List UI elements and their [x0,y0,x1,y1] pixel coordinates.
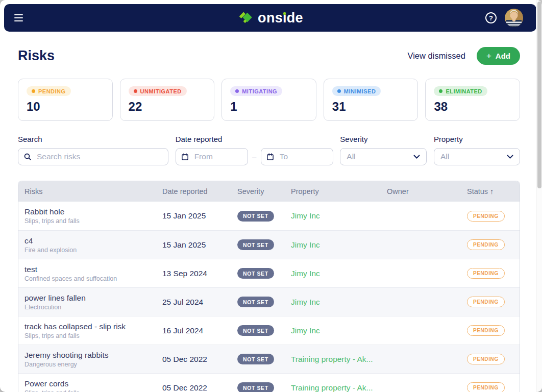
status-dot-icon [235,89,239,93]
table-row[interactable]: Rabbit hole Slips, trips and falls 15 Ja… [18,202,520,230]
brand-text: onsıde [258,11,303,25]
severity-badge: NOT SET [237,211,274,222]
onside-logo-icon [237,10,253,26]
stat-value: 1 [230,100,308,114]
plus-icon: + [486,52,491,60]
property-select-value: All [440,152,449,161]
stat-badge: MINIMISED [332,86,381,96]
status-summary-cards: PENDING 10 UNMITIGATED 22 MITIGATING 1 [18,79,520,121]
risk-name: Rabbit hole [24,207,162,216]
search-input[interactable] [18,148,168,165]
stat-value: 31 [332,100,410,114]
table-row[interactable]: c4 Fire and explosion 15 Jan 2025 NOT SE… [18,230,520,259]
risk-category: Dangerous energy [24,361,162,368]
risk-name: c4 [24,236,162,246]
filter-bar: Search Date reported [18,135,520,165]
stat-card[interactable]: PENDING 10 [18,79,113,121]
risk-date-reported: 05 Dec 2022 [162,355,237,364]
property-link[interactable]: Jimy Inc [291,211,320,220]
chevron-down-icon [507,155,513,159]
severity-badge: NOT SET [237,325,274,336]
stat-label: MITIGATING [242,88,277,94]
stat-label: ELIMINATED [446,88,482,94]
page-title: Risks [18,48,55,64]
table-row[interactable]: power lines fallen Electrocution 25 Jul … [18,287,520,316]
risk-date-reported: 05 Dec 2022 [162,383,237,392]
severity-badge: NOT SET [237,268,274,279]
severity-select[interactable]: All [340,148,427,165]
risk-date-reported: 25 Jul 2024 [162,298,237,307]
column-header-date-reported[interactable]: Date reported [162,187,237,195]
property-link[interactable]: Training property - Ak... [291,383,373,392]
property-link[interactable]: Jimy Inc [291,269,320,278]
calendar-icon [266,153,274,161]
table-body: Rabbit hole Slips, trips and falls 15 Ja… [18,202,520,392]
status-dot-icon [439,89,442,93]
severity-select-value: All [347,152,355,161]
risk-category: Slips, trips and falls [24,389,162,392]
stat-value: 22 [129,100,206,114]
risk-name: Power cords [24,379,162,388]
column-header-risks[interactable]: Risks [24,187,162,195]
sort-ascending-icon: ↑ [490,187,494,195]
property-label: Property [434,135,520,143]
column-header-severity[interactable]: Severity [237,187,291,195]
status-badge: PENDING [467,325,505,336]
stat-value: 38 [434,100,511,114]
avatar[interactable] [505,9,523,27]
risk-category: Confined spaces and suffocation [24,275,162,282]
risk-date-reported: 16 Jul 2024 [162,326,237,335]
status-dot-icon [32,89,35,93]
risk-date-reported: 15 Jan 2025 [162,211,237,220]
date-range-dash: – [248,153,261,161]
property-link[interactable]: Jimy Inc [291,240,320,249]
scrollbar[interactable] [536,0,542,392]
stat-badge: MITIGATING [230,86,282,96]
help-icon[interactable]: ? [485,12,497,23]
table-row[interactable]: Jeremy shooting rabbits Dangerous energy… [18,345,520,373]
risk-category: Slips, trips and falls [24,332,162,339]
add-button[interactable]: + Add [477,47,520,65]
risk-name: Jeremy shooting rabbits [24,351,162,360]
table-row[interactable]: track has collapsed - slip risk Slips, t… [18,316,520,345]
page-content: Risks View dismissed + Add PENDING 10 [0,32,536,392]
stat-card[interactable]: ELIMINATED 38 [425,79,520,121]
menu-icon[interactable] [12,12,25,24]
stat-card[interactable]: MITIGATING 1 [221,79,316,121]
risk-date-reported: 13 Sep 2024 [162,269,237,278]
risks-table: Risks Date reported Severity Property Ow… [18,181,520,392]
stat-value: 10 [27,100,104,114]
page-header: Risks View dismissed + Add [18,47,520,65]
risk-category: Fire and explosion [24,247,162,254]
risk-category: Slips, trips and falls [24,217,162,225]
property-link[interactable]: Training property - Ak... [291,355,373,363]
property-link[interactable]: Jimy Inc [291,326,320,335]
column-header-property[interactable]: Property [291,187,387,195]
table-row[interactable]: test Confined spaces and suffocation 13 … [18,259,520,287]
status-dot-icon [337,89,341,93]
property-select[interactable]: All [434,148,520,165]
add-button-label: Add [496,52,510,60]
table-row[interactable]: Power cords Slips, trips and falls 05 De… [18,373,520,392]
risk-date-reported: 15 Jan 2025 [162,240,237,250]
view-dismissed-link[interactable]: View dismissed [407,51,465,61]
stat-badge: UNMITIGATED [129,86,187,96]
status-badge: PENDING [467,239,505,250]
stat-card[interactable]: UNMITIGATED 22 [120,79,215,121]
scrollbar-thumb[interactable] [537,2,541,188]
app-window: onsıde ? [0,0,542,392]
date-reported-label: Date reported [176,135,333,143]
stat-label: PENDING [38,88,66,94]
risk-name: power lines fallen [24,293,162,303]
calendar-icon [181,153,189,161]
search-icon [23,153,32,161]
brand-logo[interactable]: onsıde [237,10,303,26]
stat-badge: ELIMINATED [434,86,487,96]
column-header-status[interactable]: Status↑ [467,187,520,195]
severity-badge: NOT SET [237,382,274,392]
column-header-owner[interactable]: Owner [387,187,467,195]
status-dot-icon [134,89,137,93]
stat-label: UNMITIGATED [140,88,182,94]
stat-card[interactable]: MINIMISED 31 [324,79,418,121]
property-link[interactable]: Jimy Inc [291,298,320,306]
